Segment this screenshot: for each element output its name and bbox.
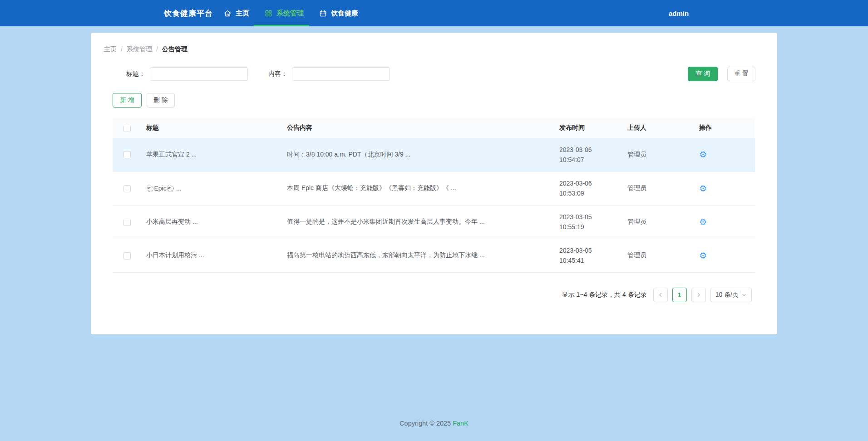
settings-icon[interactable]: ⚙ [699, 251, 707, 260]
row-checkbox[interactable] [123, 185, 131, 192]
cell-publish-time: 2023-03-0510:45:41 [555, 239, 623, 272]
page-size-select[interactable]: 10 条/页 [710, 288, 752, 302]
cell-content: 本周 Epic 商店《大蜈蚣：充能版》《黑寡妇：充能版》《 ... [282, 172, 555, 205]
chevron-down-icon [741, 292, 747, 298]
grid-icon [265, 10, 272, 17]
home-icon [224, 10, 232, 17]
breadcrumb-current-announcement: 公告管理 [162, 45, 187, 54]
row-checkbox[interactable] [123, 151, 131, 158]
nav-item-label: 系统管理 [276, 9, 304, 18]
top-navbar: 饮食健康平台 主页 系统管理 [0, 0, 868, 26]
pagination: 显示 1~4 条记录，共 4 条记录 1 10 条/页 [113, 288, 755, 302]
cell-title: 小米高层再变动 ... [142, 205, 282, 239]
title-filter-input[interactable] [150, 67, 248, 81]
nav-item-diet-health[interactable]: 饮食健康 [319, 0, 358, 26]
prev-page-button[interactable] [653, 288, 668, 302]
breadcrumb-system-management[interactable]: 系统管理 [127, 45, 152, 54]
chevron-right-icon [695, 292, 702, 298]
row-checkbox[interactable] [123, 252, 131, 260]
cell-publish-time: 2023-03-0610:53:09 [555, 172, 623, 205]
cell-publish-time: 2023-03-0510:55:19 [555, 205, 623, 239]
nav-item-home[interactable]: 主页 [224, 0, 249, 26]
cell-uploader: 管理员 [623, 205, 695, 239]
table-row[interactable]: 小日本计划用核污 ... 福岛第一核电站的地势西高东低，东部朝向太平洋，为防止地… [113, 239, 755, 272]
row-checkbox[interactable] [123, 219, 131, 226]
breadcrumb-home[interactable]: 主页 [104, 45, 117, 54]
chevron-left-icon [657, 292, 664, 298]
add-button[interactable]: 新 增 [113, 93, 142, 108]
settings-icon[interactable]: ⚙ [699, 184, 707, 193]
content-card: 主页 / 系统管理 / 公告管理 标题： 内容： 查 询 重 置 新 增 删 除 [91, 33, 777, 334]
app-brand[interactable]: 饮食健康平台 [164, 0, 213, 26]
table-toolbar: 新 增 删 除 [113, 93, 755, 108]
nav-menu: 主页 系统管理 饮食健康 [224, 0, 358, 26]
column-header-content: 公告内容 [282, 118, 555, 138]
user-menu[interactable]: admin [669, 0, 689, 26]
reset-button[interactable]: 重 置 [727, 67, 755, 81]
cell-title: 小日本计划用核污 ... [142, 239, 282, 272]
table-header-row: 标题 公告内容 发布时间 上传人 操作 [113, 118, 755, 138]
column-header-title: 标题 [142, 118, 282, 138]
column-header-actions: 操作 [695, 118, 755, 138]
column-header-uploader: 上传人 [623, 118, 695, 138]
page-size-value: 10 条/页 [715, 291, 739, 299]
breadcrumb: 主页 / 系统管理 / 公告管理 [91, 33, 777, 54]
select-all-checkbox[interactable] [123, 125, 131, 132]
nav-item-label: 主页 [236, 9, 249, 18]
calendar-icon [319, 10, 327, 17]
settings-icon[interactable]: ⚙ [699, 150, 707, 159]
next-page-button[interactable] [691, 288, 706, 302]
cell-uploader: 管理员 [623, 138, 695, 172]
search-button[interactable]: 查 询 [688, 67, 718, 81]
cell-title: 🐑Epic🐑 ... [142, 172, 282, 205]
nav-item-system-management[interactable]: 系统管理 [265, 0, 304, 26]
announcement-table: 标题 公告内容 发布时间 上传人 操作 苹果正式官宣 2 ... 时间：3/8 … [113, 118, 755, 273]
breadcrumb-separator: / [121, 45, 123, 54]
cell-publish-time: 2023-03-0610:54:07 [555, 138, 623, 172]
cell-uploader: 管理员 [623, 239, 695, 272]
table-row[interactable]: 苹果正式官宣 2 ... 时间：3/8 10:00 a.m. PDT（北京时间 … [113, 138, 755, 172]
page-number-button[interactable]: 1 [672, 288, 687, 302]
cell-content: 时间：3/8 10:00 a.m. PDT（北京时间 3/9 ... [282, 138, 555, 172]
nav-item-label: 饮食健康 [331, 9, 358, 18]
column-header-publish-time: 发布时间 [555, 118, 623, 138]
page-footer: Copyright © 2025 FanK [0, 420, 868, 427]
table-row[interactable]: 小米高层再变动 ... 值得一提的是，这并不是小米集团近期首次发生高层人事变动。… [113, 205, 755, 239]
content-filter-label: 内容： [261, 70, 287, 78]
breadcrumb-separator: / [156, 45, 158, 54]
footer-brand-link[interactable]: FanK [453, 420, 469, 427]
content-filter-input[interactable] [292, 67, 390, 81]
pagination-summary: 显示 1~4 条记录，共 4 条记录 [562, 291, 647, 299]
settings-icon[interactable]: ⚙ [699, 217, 707, 227]
title-filter-label: 标题： [113, 70, 145, 78]
cell-content: 福岛第一核电站的地势西高东低，东部朝向太平洋，为防止地下水继 ... [282, 239, 555, 272]
cell-content: 值得一提的是，这并不是小米集团近期首次发生高层人事变动。今年 ... [282, 205, 555, 239]
cell-uploader: 管理员 [623, 172, 695, 205]
cell-title: 苹果正式官宣 2 ... [142, 138, 282, 172]
filter-form: 标题： 内容： 查 询 重 置 [113, 67, 755, 81]
copyright-text: Copyright © 2025 [399, 420, 451, 427]
delete-button[interactable]: 删 除 [147, 93, 175, 108]
table-row[interactable]: 🐑Epic🐑 ... 本周 Epic 商店《大蜈蚣：充能版》《黑寡妇：充能版》《… [113, 172, 755, 205]
